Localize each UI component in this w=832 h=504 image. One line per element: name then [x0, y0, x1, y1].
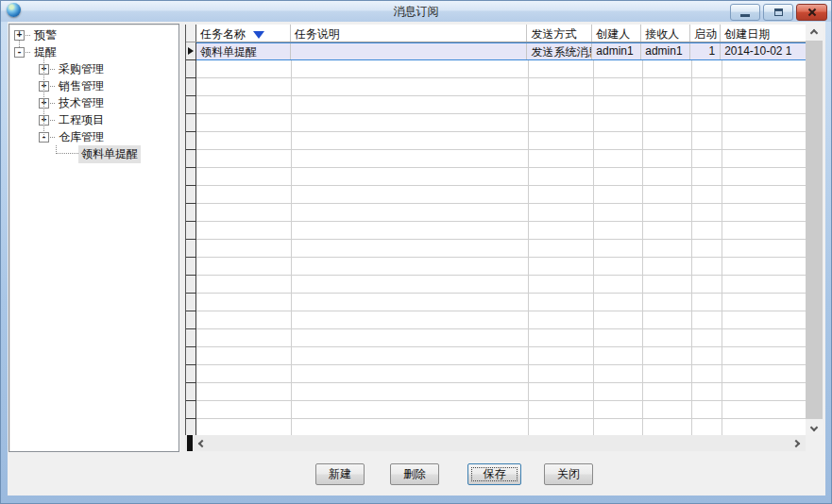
- tree-item-label[interactable]: 销售管理: [56, 77, 107, 95]
- chevron-down-icon: [810, 423, 818, 430]
- new-button[interactable]: 新建: [315, 463, 365, 485]
- cell-creator[interactable]: admin1: [592, 43, 641, 59]
- tree-connector: [50, 137, 55, 138]
- row-indicator-header: [186, 25, 196, 42]
- chevron-left-icon: [197, 439, 205, 446]
- tree-item-label[interactable]: 采购管理: [56, 60, 107, 78]
- delete-button[interactable]: 删除: [390, 463, 439, 485]
- tree-item-material-requisition-reminder[interactable]: 领料单提醒: [9, 145, 178, 162]
- column-label: 创建人: [596, 27, 630, 41]
- scroll-right-button[interactable]: [788, 435, 804, 451]
- tree-item-warehouse-mgmt[interactable]: - 仓库管理: [9, 128, 178, 145]
- grid-column-divider: [642, 42, 643, 435]
- tree-item-label[interactable]: 领料单提醒: [78, 145, 141, 163]
- column-label: 创建日期: [724, 27, 770, 41]
- tree-connector: [25, 35, 30, 36]
- tree-connector: [50, 86, 55, 87]
- cell-receiver[interactable]: admin1: [641, 43, 690, 59]
- tree-item-label[interactable]: 技术管理: [56, 94, 107, 112]
- column-label: 启动: [694, 27, 717, 41]
- title-bar[interactable]: 消息订阅: [1, 1, 831, 22]
- category-tree: + 预警 - 提醒 + 采购管理 + 销售管理: [8, 24, 179, 452]
- column-label: 任务名称: [200, 27, 246, 41]
- cell-send-method[interactable]: 发送系统消息: [527, 43, 592, 59]
- column-label: 发送方式: [531, 27, 576, 41]
- subscription-grid: 任务名称 任务说明 发送方式 创建人 接收人 启动 创建日期 领料单提醒: [185, 25, 806, 435]
- vertical-scrollbar[interactable]: [806, 25, 823, 435]
- grid-column-divider: [691, 42, 692, 435]
- table-row[interactable]: 领料单提醒 发送系统消息 admin1 admin1 1 2014-10-02 …: [196, 42, 806, 60]
- current-row-marker-icon: [188, 47, 194, 55]
- tree-item-tech-mgmt[interactable]: + 技术管理: [9, 94, 178, 111]
- tree-item-label[interactable]: 工程项目: [56, 111, 107, 129]
- column-header-task-name[interactable]: 任务名称: [196, 25, 291, 42]
- cell-enabled[interactable]: 1: [690, 43, 721, 59]
- column-header-send-method[interactable]: 发送方式: [527, 25, 592, 42]
- tree-item-label[interactable]: 提醒: [31, 43, 59, 61]
- tree-connector: [25, 52, 30, 53]
- grid-column-divider: [291, 42, 292, 435]
- grid-header: 任务名称 任务说明 发送方式 创建人 接收人 启动 创建日期: [186, 25, 806, 42]
- column-header-create-date[interactable]: 创建日期: [721, 25, 806, 42]
- grid-column-divider: [195, 42, 196, 435]
- chevron-right-icon: [791, 439, 799, 446]
- tree-item-purchase-mgmt[interactable]: + 采购管理: [9, 60, 178, 77]
- chevron-up-icon: [810, 28, 818, 36]
- cell-task-desc[interactable]: [291, 43, 528, 59]
- grid-column-divider: [593, 42, 594, 435]
- close-icon: [807, 7, 818, 18]
- minimize-icon: [740, 14, 750, 17]
- column-header-receiver[interactable]: 接收人: [641, 25, 690, 42]
- grid-column-divider: [722, 42, 722, 435]
- tree-connector: [50, 69, 55, 70]
- horizontal-scrollbar[interactable]: [185, 435, 806, 451]
- scroll-down-button[interactable]: [806, 419, 823, 435]
- tree-item-warning[interactable]: + 预警: [9, 26, 178, 43]
- close-dialog-button[interactable]: 关闭: [544, 463, 593, 485]
- tree-item-engineering-project[interactable]: + 工程项目: [9, 111, 178, 128]
- window: 消息订阅 + 预警: [0, 0, 832, 504]
- expand-icon[interactable]: +: [14, 30, 25, 41]
- scrollbar-edge-mark: [187, 435, 193, 451]
- sort-descending-icon: [253, 31, 264, 39]
- tree-item-label[interactable]: 仓库管理: [56, 128, 107, 146]
- dialog-content: + 预警 - 提醒 + 采购管理 + 销售管理: [8, 22, 825, 496]
- tree-connector: [56, 145, 78, 154]
- collapse-icon[interactable]: -: [14, 47, 25, 58]
- minimize-button[interactable]: [730, 4, 760, 21]
- maximize-button[interactable]: [763, 4, 793, 21]
- tree-connector: [50, 103, 55, 104]
- tree-connector: [43, 57, 44, 137]
- grid-column-divider: [528, 42, 529, 435]
- column-header-task-desc[interactable]: 任务说明: [291, 25, 528, 42]
- save-button[interactable]: 保存: [467, 463, 521, 485]
- scroll-left-button[interactable]: [194, 435, 210, 451]
- row-indicator-column: [186, 42, 195, 435]
- window-title: 消息订阅: [1, 4, 831, 20]
- tree-connector: [50, 120, 55, 121]
- close-button[interactable]: [796, 4, 827, 21]
- column-header-creator[interactable]: 创建人: [592, 25, 641, 42]
- maximize-icon: [774, 8, 783, 16]
- cell-create-date[interactable]: 2014-10-02 1: [721, 43, 806, 59]
- tree-item-label[interactable]: 预警: [31, 26, 59, 44]
- tree-connector: [19, 40, 20, 47]
- scroll-up-button[interactable]: [806, 25, 823, 41]
- vertical-scrollbar-thumb[interactable]: [806, 41, 823, 419]
- cell-task-name[interactable]: 领料单提醒: [196, 43, 291, 59]
- grid-body: 领料单提醒 发送系统消息 admin1 admin1 1 2014-10-02 …: [186, 42, 806, 435]
- column-label: 接收人: [645, 27, 679, 41]
- tree-item-reminder[interactable]: - 提醒: [9, 43, 178, 60]
- tree-item-sales-mgmt[interactable]: + 销售管理: [9, 77, 178, 94]
- column-label: 任务说明: [295, 27, 340, 41]
- column-header-enabled[interactable]: 启动: [690, 25, 721, 42]
